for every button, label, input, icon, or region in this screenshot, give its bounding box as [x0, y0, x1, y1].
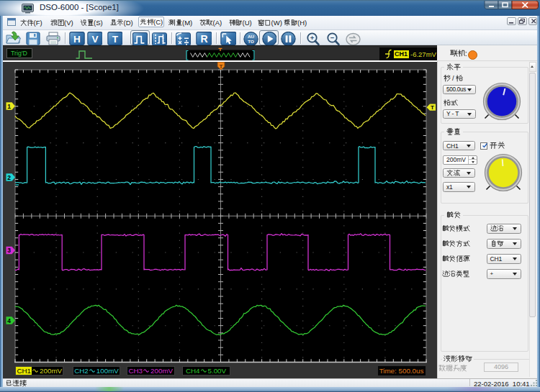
svg-text:+: + — [310, 33, 315, 41]
svg-text:R: R — [200, 33, 207, 45]
svg-text:T: T — [112, 34, 118, 45]
svg-text:4: 4 — [7, 317, 11, 324]
svg-text:3: 3 — [7, 247, 11, 254]
svg-text:2: 2 — [7, 174, 11, 181]
svg-text:−: − — [330, 33, 335, 41]
svg-text:TO: TO — [248, 38, 254, 43]
svg-text:1: 1 — [7, 103, 11, 110]
svg-text:V: V — [91, 34, 98, 45]
svg-text:T: T — [431, 104, 434, 111]
svg-text:H: H — [73, 34, 81, 45]
svg-text:T: T — [220, 63, 223, 70]
